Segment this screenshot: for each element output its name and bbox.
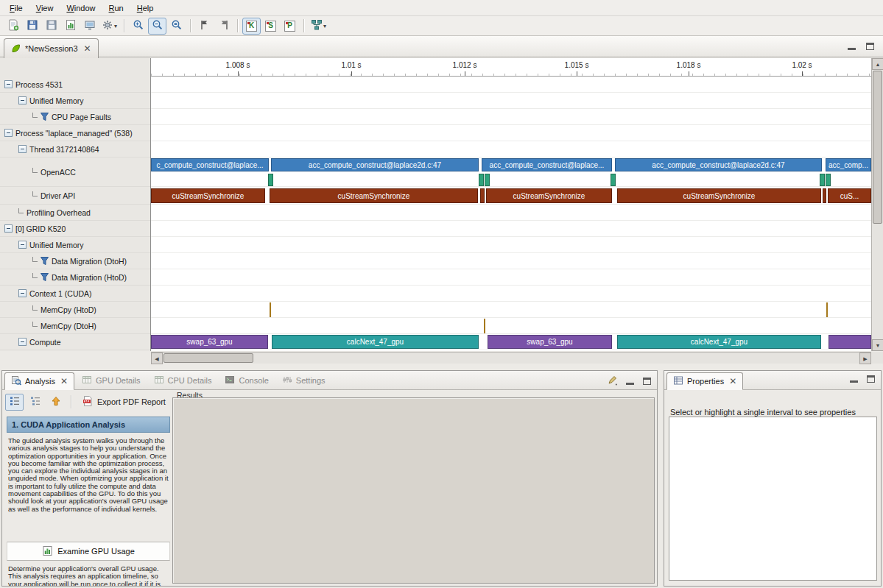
mark-backward-button[interactable] <box>214 18 233 35</box>
expander-minus-icon[interactable] <box>18 241 27 249</box>
close-icon[interactable]: ✕ <box>60 377 68 386</box>
interval-openacc-marker[interactable] <box>479 174 484 186</box>
minimize-icon[interactable] <box>850 376 858 383</box>
tree-row-unified-memory[interactable]: Unified Memory <box>0 237 150 253</box>
menu-run[interactable]: Run <box>102 1 130 15</box>
vertical-scrollbar[interactable]: ▲ ▼ <box>871 58 883 351</box>
tree-row-process-4531[interactable]: Process 4531 <box>0 77 150 93</box>
minimize-icon[interactable] <box>848 43 856 50</box>
tab-settings[interactable]: Settings <box>276 372 331 389</box>
expander-minus-icon[interactable] <box>18 96 27 105</box>
maximize-icon[interactable] <box>643 378 651 385</box>
tree-row-cpu-page-faults[interactable]: CPU Page Faults <box>0 109 150 125</box>
tab-analysis[interactable]: Analysis ✕ <box>4 372 74 390</box>
interval-driver[interactable]: cuStreamSynchronize <box>151 188 265 203</box>
scroll-right-button[interactable]: ▶ <box>859 353 871 364</box>
stream-highlight-toggle[interactable]: S <box>261 18 280 35</box>
zoom-out-button[interactable] <box>148 18 166 35</box>
scroll-down-button[interactable]: ▼ <box>872 339 883 351</box>
unguided-view-toggle[interactable] <box>26 394 44 411</box>
process-highlight-toggle[interactable]: P <box>281 18 299 35</box>
new-session-button[interactable] <box>4 18 22 35</box>
tab-console[interactable]: Console <box>219 372 274 389</box>
zoom-in-button[interactable] <box>129 18 147 35</box>
view-menu-pencil-icon[interactable] <box>607 375 617 387</box>
expander-minus-icon[interactable] <box>4 80 13 88</box>
maximize-icon[interactable] <box>867 375 875 383</box>
tree-row-profiling-overhead[interactable]: Profiling Overhead <box>0 205 150 221</box>
configure-button[interactable]: ▾ <box>99 18 119 35</box>
back-up-button[interactable] <box>46 394 65 411</box>
tree-row-thread-3172140864[interactable]: Thread 3172140864 <box>0 141 150 157</box>
tab-cpu-details[interactable]: CPU Details <box>148 372 218 389</box>
expander-minus-icon[interactable] <box>4 129 13 137</box>
interval-openacc[interactable]: c_compute_construct@laplace... <box>151 158 269 171</box>
interval-memcpy-htod[interactable] <box>270 302 271 317</box>
tree-row-data-migration-htod[interactable]: Data Migration (HtoD) <box>0 269 150 286</box>
maximize-icon[interactable] <box>866 43 874 50</box>
interval-driver[interactable]: cuStreamSynchronize <box>270 188 478 203</box>
tree-row-process-laplace-managed-538[interactable]: Process "laplace_managed" (538) <box>0 125 150 141</box>
tree-row-memcpy-htod[interactable]: MemCpy (HtoD) <box>0 302 150 318</box>
mark-forward-button[interactable] <box>195 18 214 35</box>
zoom-fit-button[interactable] <box>167 18 186 35</box>
tree-row-compute[interactable]: Compute <box>0 334 150 350</box>
interval-driver[interactable] <box>823 188 826 203</box>
interval-compute[interactable]: swap_63_gpu <box>151 335 268 349</box>
save-all-button[interactable] <box>42 18 60 35</box>
scroll-up-button[interactable]: ▲ <box>872 58 883 70</box>
guided-view-toggle[interactable] <box>5 394 24 411</box>
interval-openacc[interactable]: acc_compute_construct@laplace... <box>482 158 612 171</box>
interval-memcpy-dtoh[interactable] <box>484 319 485 333</box>
horizontal-scroll-thumb[interactable] <box>163 353 253 363</box>
tree-row-data-migration-dtoh[interactable]: Data Migration (DtoH) <box>0 253 150 269</box>
tree-row-driver-api[interactable]: Driver API <box>0 187 150 205</box>
menu-view[interactable]: View <box>29 1 60 15</box>
guided-analysis-button[interactable]: ▾ <box>309 18 328 35</box>
interval-openacc[interactable]: acc_comp... <box>826 158 871 171</box>
expander-minus-icon[interactable] <box>4 224 13 233</box>
menu-help[interactable]: Help <box>130 1 161 15</box>
interval-openacc[interactable]: acc_compute_construct@laplace2d.c:47 <box>615 158 822 171</box>
horizontal-scrollbar[interactable]: ◀ ▶ <box>151 352 871 364</box>
close-icon[interactable]: ✕ <box>729 377 736 386</box>
expander-minus-icon[interactable] <box>18 338 27 346</box>
vertical-scroll-thumb[interactable] <box>873 71 882 224</box>
interval-driver[interactable]: cuStreamSynchronize <box>617 188 821 203</box>
report-button[interactable] <box>61 18 80 35</box>
interval-openacc-marker[interactable] <box>611 174 616 186</box>
menu-file[interactable]: File <box>3 1 29 15</box>
expander-minus-icon[interactable] <box>18 145 27 153</box>
tree-row-unified-memory[interactable]: Unified Memory <box>0 93 150 109</box>
interval-compute[interactable] <box>829 335 871 349</box>
interval-openacc-marker[interactable] <box>826 174 831 186</box>
interval-driver[interactable]: cuS... <box>828 188 871 203</box>
expander-minus-icon[interactable] <box>18 289 27 297</box>
interval-openacc[interactable]: acc_compute_construct@laplace2d.c:47 <box>271 158 479 171</box>
tab-gpu-details[interactable]: GPU Details <box>76 372 147 389</box>
export-button[interactable] <box>80 18 99 35</box>
tab-properties[interactable]: Properties ✕ <box>666 372 743 390</box>
interval-compute[interactable]: calcNext_47_gpu <box>617 335 821 349</box>
interval-openacc-marker[interactable] <box>820 174 825 186</box>
timeline-canvas[interactable]: c_compute_construct@laplace...acc_comput… <box>151 77 871 351</box>
session-tab[interactable]: *NewSession3 ✕ <box>4 38 99 58</box>
interval-driver[interactable] <box>480 188 485 203</box>
tree-row-memcpy-dtoh[interactable]: MemCpy (DtoH) <box>0 318 150 334</box>
interval-compute[interactable]: calcNext_47_gpu <box>272 335 479 349</box>
interval-compute[interactable]: swap_63_gpu <box>488 335 612 349</box>
interval-openacc-marker[interactable] <box>268 174 273 186</box>
close-icon[interactable]: ✕ <box>84 44 91 53</box>
menu-window[interactable]: Window <box>60 1 102 15</box>
minimize-icon[interactable] <box>626 378 634 385</box>
kernel-highlight-toggle[interactable]: K <box>242 18 261 35</box>
interval-openacc-marker[interactable] <box>485 174 490 186</box>
tree-row-openacc[interactable]: OpenACC <box>0 157 150 187</box>
save-button[interactable] <box>23 18 41 35</box>
scroll-left-button[interactable]: ◀ <box>151 353 163 364</box>
export-pdf-button[interactable]: Export PDF Report <box>77 394 170 411</box>
interval-driver[interactable]: cuStreamSynchronize <box>486 188 612 203</box>
tree-row-context-1-cuda[interactable]: Context 1 (CUDA) <box>0 286 150 302</box>
examine-gpu-usage-button[interactable]: Examine GPU Usage <box>7 542 170 561</box>
tree-row-0-grid-k520[interactable]: [0] GRID K520 <box>0 221 150 237</box>
